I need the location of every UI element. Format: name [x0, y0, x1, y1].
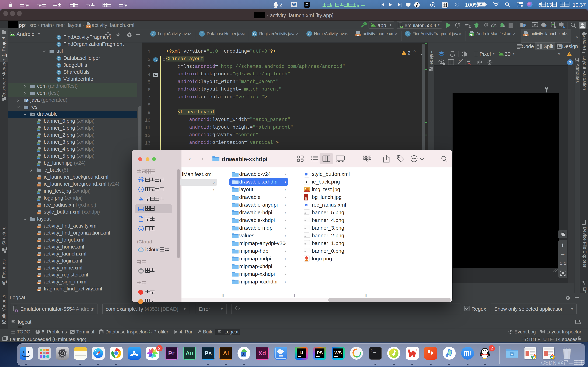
svg-text:C: C: [308, 32, 311, 36]
svg-text:C: C: [58, 71, 60, 74]
svg-text:<>: <>: [525, 34, 527, 37]
svg-text:<>: <>: [38, 275, 40, 278]
svg-text:<>: <>: [38, 254, 40, 257]
svg-text:C: C: [58, 78, 60, 81]
svg-text:<>: <>: [38, 240, 40, 243]
svg-text:MF: MF: [470, 34, 473, 36]
svg-text:<>: <>: [38, 247, 40, 250]
svg-text:<>: <>: [38, 177, 40, 180]
svg-text:C: C: [253, 32, 256, 36]
svg-text:ab: ab: [459, 59, 462, 63]
svg-text:C: C: [154, 58, 157, 62]
svg-text:<>: <>: [38, 261, 40, 264]
svg-text:C: C: [58, 64, 60, 67]
svg-text:x: x: [306, 204, 307, 206]
svg-text:C: C: [406, 32, 409, 36]
svg-text:<>: <>: [38, 282, 40, 285]
svg-text:<>: <>: [87, 25, 90, 28]
svg-text:C: C: [58, 36, 60, 39]
svg-text:<>: <>: [38, 233, 40, 236]
svg-text:x: x: [306, 173, 307, 175]
svg-text:<>: <>: [357, 34, 360, 37]
svg-text:<>: <>: [38, 205, 40, 208]
svg-text:C: C: [200, 32, 203, 36]
svg-text:<>: <>: [38, 212, 40, 215]
svg-text:<>: <>: [38, 289, 40, 292]
svg-text:<>: <>: [38, 268, 40, 271]
svg-text:C: C: [152, 32, 155, 36]
svg-text:<>: <>: [38, 226, 40, 229]
svg-text:C: C: [58, 43, 60, 46]
svg-text:C: C: [58, 57, 60, 60]
svg-text:<>: <>: [38, 184, 40, 187]
